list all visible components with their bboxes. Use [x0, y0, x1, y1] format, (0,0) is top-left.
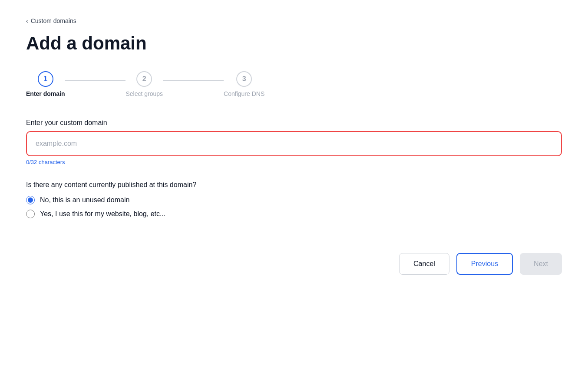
radio-option-unused[interactable]: No, this is an unused domain	[26, 196, 562, 204]
step-2-label: Select groups	[126, 90, 163, 97]
radio-unused[interactable]	[26, 196, 35, 204]
step-1: 1 Enter domain	[26, 71, 65, 97]
step-3: 3 Configure DNS	[224, 71, 264, 97]
domain-label: Enter your custom domain	[26, 119, 562, 127]
step-2: 2 Select groups	[126, 71, 163, 97]
step-1-circle: 1	[38, 71, 53, 87]
step-2-circle: 2	[136, 71, 152, 87]
radio-inuse[interactable]	[26, 210, 35, 218]
radio-section: Is there any content currently published…	[26, 181, 562, 218]
step-3-label: Configure DNS	[224, 90, 264, 97]
radio-inuse-label: Yes, I use this for my website, blog, et…	[40, 210, 165, 218]
breadcrumb-arrow: ‹	[26, 17, 28, 24]
domain-input[interactable]	[26, 131, 562, 156]
breadcrumb: ‹ Custom domains	[26, 17, 562, 24]
breadcrumb-link[interactable]: Custom domains	[31, 17, 76, 24]
button-row: Cancel Previous Next	[26, 253, 562, 275]
previous-button[interactable]: Previous	[456, 253, 513, 275]
radio-question: Is there any content currently published…	[26, 181, 562, 189]
next-button[interactable]: Next	[520, 253, 562, 275]
step-3-circle: 3	[236, 71, 252, 87]
step-connector-2	[163, 80, 224, 81]
cancel-button[interactable]: Cancel	[399, 253, 449, 275]
radio-unused-label: No, this is an unused domain	[40, 196, 129, 204]
domain-form-section: Enter your custom domain 0/32 characters	[26, 119, 562, 165]
char-count: 0/32 characters	[26, 159, 562, 165]
page-title: Add a domain	[26, 33, 562, 54]
step-1-label: Enter domain	[26, 90, 65, 97]
stepper: 1 Enter domain 2 Select groups 3 Configu…	[26, 71, 562, 97]
step-connector-1	[65, 80, 126, 81]
radio-option-inuse[interactable]: Yes, I use this for my website, blog, et…	[26, 210, 562, 218]
page-container: ‹ Custom domains Add a domain 1 Enter do…	[0, 0, 588, 388]
